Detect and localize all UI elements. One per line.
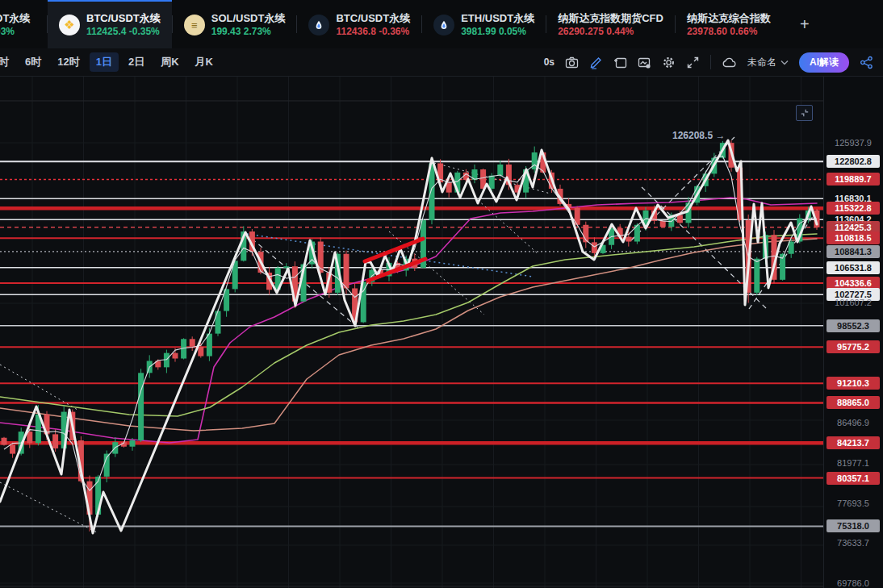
- price-axis-label: 119889.7: [827, 173, 880, 186]
- toolbar-tools: 0s: [544, 52, 883, 73]
- candlestick-chart-area[interactable]: 126208.5 → 125937.9122802.8119889.711683…: [0, 77, 883, 588]
- sol-icon: ≡: [184, 15, 205, 35]
- tab-price: 23978.60 0.66%: [687, 26, 771, 38]
- candle-body: [754, 259, 760, 293]
- price-axis-label: 69786.0: [827, 577, 880, 588]
- price-axis-label: 75318.0: [827, 519, 880, 532]
- symbol-tab-2[interactable]: BTC/USDT永续112436.8 -0.36%: [297, 0, 421, 48]
- tab-title: SOL/USDT永续: [211, 12, 286, 25]
- candle-body: [190, 339, 195, 347]
- annotation-arrow-icon: →: [715, 130, 725, 141]
- symbol-tab-5[interactable]: 纳斯达克综合指数23978.60 0.66%: [676, 0, 782, 48]
- camera-icon[interactable]: [565, 56, 579, 69]
- timeframe-1日[interactable]: 1日: [90, 52, 119, 72]
- candle-body: [660, 221, 666, 227]
- timeframe-周K[interactable]: 周K: [154, 52, 185, 72]
- timeframe-list: 时6时12时1日2日周K月K: [0, 52, 220, 72]
- cloud-icon[interactable]: [722, 56, 737, 69]
- symbol-tab-0[interactable]: ❖BTC/USDT永续112425.4 -0.35%: [48, 0, 172, 48]
- draw-pencil-icon[interactable]: [589, 56, 603, 69]
- symbol-tab-4[interactable]: 纳斯达克指数期货CFD26290.275 0.44%: [546, 0, 675, 48]
- symbol-tab-list: ❖BTC/USDT永续112425.4 -0.35%≡SOL/USDT永续199…: [48, 0, 782, 48]
- price-axis-label: 88865.0: [827, 396, 880, 409]
- add-symbol-button[interactable]: +: [789, 0, 821, 48]
- candle-body: [207, 334, 212, 357]
- trendline: [389, 231, 484, 315]
- price-annotation[interactable]: 126208.5 →: [672, 130, 725, 141]
- fullscreen-icon[interactable]: [686, 56, 700, 69]
- candle-body: [130, 440, 136, 447]
- trading-app: DT永续 03% ❖BTC/USDT永续112425.4 -0.35%≡SOL/…: [0, 0, 883, 588]
- settings-gear-icon[interactable]: [662, 56, 676, 69]
- tab-title: DT永续: [0, 12, 30, 25]
- price-axis-label: 95775.2: [827, 340, 880, 353]
- timeframe-6时[interactable]: 6时: [19, 52, 48, 72]
- restore-pane-button[interactable]: [796, 105, 813, 121]
- tab-title: BTC/USDT永续: [86, 12, 161, 25]
- price-axis-label: 122802.8: [827, 155, 880, 168]
- price-axis-label: 101607.2: [827, 296, 880, 309]
- tab-price: 03%: [0, 26, 30, 38]
- chevron-down-icon: [780, 60, 789, 65]
- tab-price: 26290.275 0.44%: [558, 26, 663, 38]
- candle-body: [497, 165, 503, 176]
- binance-icon: ❖: [59, 15, 80, 35]
- price-axis-label: 86496.9: [827, 416, 880, 429]
- tab-title: ETH/USDT永续: [461, 12, 534, 25]
- price-axis-label: 125937.9: [827, 136, 880, 149]
- candle-body: [173, 353, 178, 359]
- tab-price: 3981.99 0.05%: [461, 26, 534, 38]
- candle-body: [52, 434, 58, 448]
- image-export-icon[interactable]: [638, 56, 651, 69]
- price-axis-label: 81977.1: [827, 457, 880, 469]
- ai-analysis-button[interactable]: AI解读: [799, 52, 849, 73]
- water-drop-icon: [308, 15, 329, 35]
- candle-body: [344, 254, 349, 289]
- symbol-tab-partial[interactable]: DT永续 03%: [0, 0, 47, 48]
- timeframe-时[interactable]: 时: [0, 52, 15, 72]
- timeframe-12时[interactable]: 12时: [51, 52, 86, 72]
- price-axis-label: 84213.7: [827, 436, 880, 449]
- symbol-tab-3[interactable]: ETH/USDT永续3981.99 0.05%: [422, 0, 546, 48]
- price-axis-label: 77693.5: [827, 497, 880, 510]
- plus-icon: +: [800, 15, 810, 34]
- layout-name-dropdown[interactable]: 未命名: [747, 56, 789, 69]
- ma-fast-white: [4, 156, 817, 490]
- candle-body: [592, 242, 597, 253]
- symbol-tab-bar: DT永续 03% ❖BTC/USDT永续112425.4 -0.35%≡SOL/…: [0, 0, 883, 48]
- collapse-corners-icon: [800, 108, 810, 118]
- layout-name-label: 未命名: [747, 56, 776, 69]
- price-axis-label: 80357.1: [827, 472, 880, 485]
- price-axis-label: 73633.7: [827, 536, 880, 549]
- candle-body: [489, 176, 495, 189]
- water-drop-icon: [433, 15, 454, 35]
- timeframe-月K[interactable]: 月K: [189, 52, 220, 72]
- chart-toolbar: 时6时12时1日2日周K月K 0s: [0, 48, 883, 77]
- price-axis-label: 110818.5: [827, 231, 880, 244]
- trendline: [0, 482, 97, 532]
- add-pane-icon[interactable]: [613, 56, 627, 69]
- candle-body: [626, 237, 631, 242]
- tab-title: 纳斯达克指数期货CFD: [558, 12, 663, 25]
- tab-price: 112425.4 -0.35%: [86, 26, 161, 38]
- candle-body: [216, 311, 221, 334]
- price-axis-label: 98552.3: [827, 319, 880, 332]
- candle-body: [138, 373, 144, 440]
- tab-price: 199.43 2.73%: [211, 26, 286, 38]
- price-axis-label: 91210.3: [827, 377, 880, 390]
- toolbar-divider: [710, 55, 711, 69]
- symbol-tab-1[interactable]: ≡SOL/USDT永续199.43 2.73%: [173, 0, 297, 48]
- candle-body: [2, 438, 7, 445]
- tab-title: BTC/USDT永续: [336, 12, 410, 25]
- timeframe-2日[interactable]: 2日: [122, 52, 151, 72]
- price-axis-label: 106531.8: [827, 261, 880, 274]
- candle-body: [10, 445, 15, 454]
- candle-body: [198, 347, 203, 357]
- chart-canvas[interactable]: [0, 77, 883, 588]
- tab-title: 纳斯达克综合指数: [687, 12, 771, 25]
- price-axis-label: 108841.3: [827, 245, 880, 258]
- replay-speed-button[interactable]: 0s: [544, 56, 554, 68]
- price-axis[interactable]: 125937.9122802.8119889.7116830.1115322.8…: [823, 77, 883, 588]
- share-icon[interactable]: [860, 56, 873, 69]
- tab-price: 112436.8 -0.36%: [336, 26, 410, 38]
